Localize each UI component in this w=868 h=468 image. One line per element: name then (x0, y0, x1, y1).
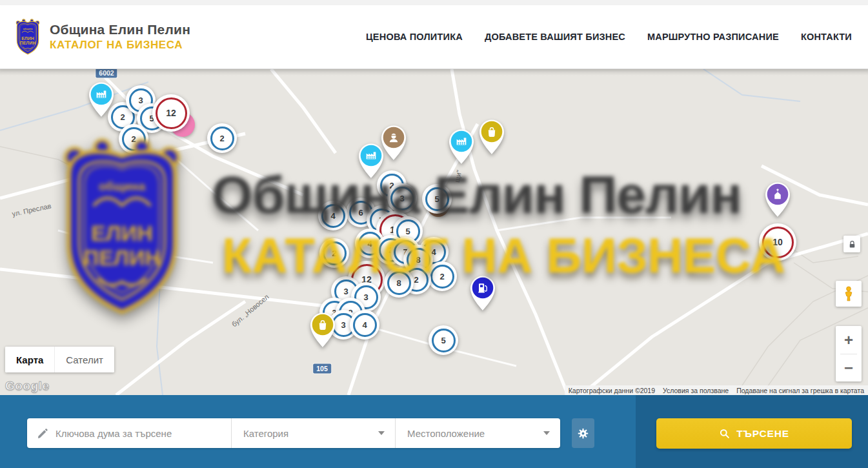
factory-icon (364, 148, 378, 163)
worker-icon (387, 130, 401, 145)
cluster-marker[interactable]: 4 (350, 310, 379, 340)
cluster-ring: 2 (430, 265, 454, 289)
zoom-out-button[interactable]: − (836, 354, 862, 382)
cluster-count: 6 (358, 208, 363, 218)
cluster-count: 2 (120, 112, 125, 122)
cluster-marker[interactable]: 2 (427, 261, 457, 291)
keyword-field[interactable] (27, 418, 231, 448)
category-select[interactable]: Категория (231, 418, 395, 448)
street-view-pegman[interactable] (836, 281, 862, 307)
search-bar: Категория Местоположение ТЪРСЕНЕ (0, 395, 868, 468)
cluster-marker[interactable]: 5 (422, 184, 452, 214)
brand-title: Община Елин Пелин (50, 22, 190, 37)
svg-text:ПЕЛИН: ПЕЛИН (20, 41, 35, 45)
cluster-count: 8 (396, 278, 401, 288)
church-icon (771, 187, 785, 201)
cluster-count: 4 (367, 239, 372, 249)
cluster-count: 2 (414, 275, 418, 285)
map-attribution: Картографски данни ©2019Условия за ползв… (565, 385, 868, 395)
cluster-marker[interactable]: 2 (319, 238, 349, 268)
cluster-ring: 3 (390, 187, 414, 210)
bag-icon (485, 125, 499, 139)
cluster-ring: 2 (323, 241, 347, 265)
cluster-count: 8 (416, 255, 420, 265)
worker-pin[interactable] (379, 123, 409, 161)
cluster-marker[interactable]: 2 (207, 123, 237, 153)
gear-icon (576, 427, 590, 440)
cluster-ring: 5 (432, 329, 456, 352)
cluster-count: 12 (166, 108, 176, 118)
nav-item-0[interactable]: ЦЕНОВА ПОЛИТИКА (366, 32, 463, 42)
pegman-icon (840, 285, 857, 302)
cluster-count: 3 (138, 96, 143, 105)
map-type-control: Карта Сателит (5, 347, 114, 372)
cluster-ring: 4 (353, 313, 377, 337)
cluster-ring: 2 (122, 127, 146, 151)
advanced-search-button[interactable] (572, 418, 594, 448)
cluster-count: 5 (405, 227, 410, 236)
map-lock-button[interactable] (843, 236, 860, 252)
map-type-satellite-button[interactable]: Сателит (54, 347, 114, 372)
svg-text:община: община (23, 27, 34, 30)
location-select[interactable]: Местоположение (395, 418, 560, 448)
cluster-count: 2 (439, 272, 444, 281)
cluster-count: 3 (343, 287, 348, 296)
cluster-marker[interactable]: 8 (384, 268, 414, 298)
cluster-marker[interactable]: 5 (429, 325, 458, 355)
search-button[interactable]: ТЪРСЕНЕ (656, 418, 852, 449)
cluster-marker[interactable]: 2 (119, 124, 148, 154)
zoom-in-button[interactable]: + (836, 327, 862, 354)
cluster-ring: 8 (387, 271, 411, 295)
fuel-icon (476, 281, 490, 295)
church-pin[interactable] (763, 180, 792, 218)
lock-icon (847, 239, 857, 249)
cluster-ring: 12 (156, 97, 187, 129)
location-placeholder: Местоположение (407, 428, 485, 439)
attribution-link[interactable]: Подаване на сигнал за грешка в картата (732, 387, 868, 394)
brand-logo-link[interactable]: община ЕЛИН ПЕЛИН Община Елин Пелин КАТА… (14, 19, 190, 56)
attribution-text: Картографски данни ©2019 (565, 387, 659, 394)
fuel-pin[interactable] (468, 274, 498, 311)
bag-icon (316, 318, 330, 332)
cluster-ring: 10 (762, 227, 794, 258)
cluster-marker[interactable]: 3 (387, 183, 417, 213)
cluster-marker[interactable]: 4 (318, 201, 348, 230)
municipality-crest-logo: община ЕЛИН ПЕЛИН (14, 19, 41, 56)
cluster-marker[interactable]: 10 (759, 223, 796, 261)
cluster-count: 4 (330, 211, 335, 221)
map-type-map-button[interactable]: Карта (5, 347, 54, 372)
road-badge: 105 (313, 364, 331, 374)
cluster-count: 2 (332, 249, 336, 258)
factory-icon (94, 87, 108, 101)
cluster-ring: 5 (425, 187, 449, 211)
chevron-down-icon (378, 431, 385, 435)
attribution-link[interactable]: Условия за ползване (659, 387, 732, 394)
search-icon (719, 428, 730, 439)
main-nav: ЦЕНОВА ПОЛИТИКАДОБАВЕТЕ ВАШИЯТ БИЗНЕСМАР… (366, 32, 852, 42)
road-badge: 6002 (96, 69, 117, 78)
bag-pin[interactable] (477, 117, 507, 155)
factory-icon (454, 134, 469, 148)
cluster-count: 5 (441, 336, 445, 345)
google-logo[interactable]: Google (5, 379, 49, 393)
cluster-ring: 4 (321, 204, 345, 228)
header: община ЕЛИН ПЕЛИН Община Елин Пелин КАТА… (0, 5, 868, 69)
search-button-label: ТЪРСЕНЕ (736, 428, 789, 440)
pencil-icon (37, 427, 49, 440)
factory-pin[interactable] (447, 127, 476, 165)
nav-item-1[interactable]: ДОБАВЕТЕ ВАШИЯТ БИЗНЕС (485, 32, 625, 42)
nav-item-2[interactable]: МАРШРУТНО РАЗПИСАНИЕ (647, 32, 779, 42)
cluster-count: 4 (362, 320, 367, 330)
cluster-count: 2 (219, 134, 224, 143)
nav-item-3[interactable]: КОНТАКТИ (801, 32, 852, 42)
category-placeholder: Категория (243, 428, 288, 439)
page-top-strip (0, 0, 868, 5)
factory-pin[interactable] (86, 80, 116, 117)
bag-pin[interactable] (308, 310, 338, 348)
keyword-input[interactable] (56, 420, 231, 446)
map-canvas[interactable]: 235122223564713542274822128333834510 (0, 69, 868, 395)
search-fields-group: Категория Местоположение (27, 418, 560, 448)
chevron-down-icon (543, 431, 550, 435)
cluster-marker[interactable]: 12 (152, 94, 190, 132)
zoom-control: + − (836, 326, 862, 382)
